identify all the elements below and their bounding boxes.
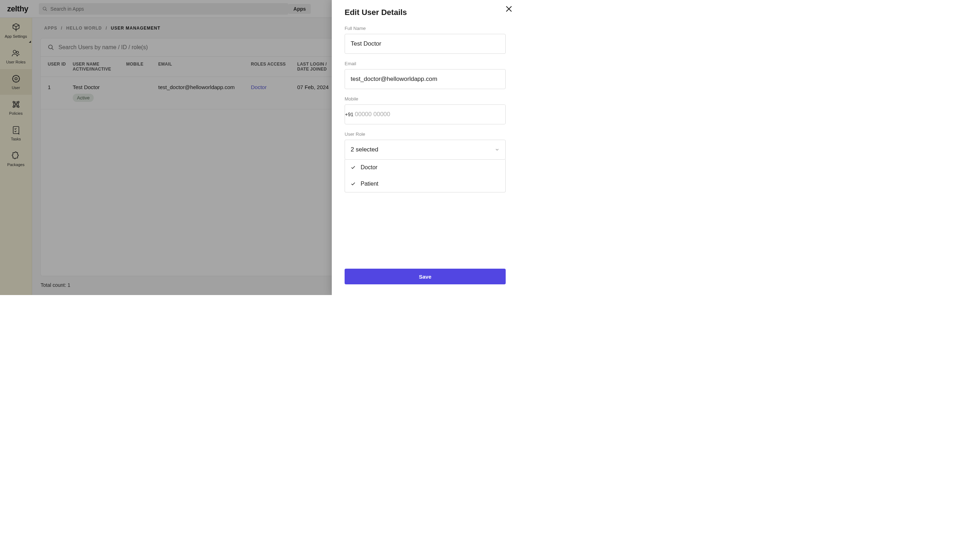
user-role-label: User Role — [345, 131, 506, 137]
role-dropdown: Doctor Patient — [345, 159, 506, 192]
role-option-doctor[interactable]: Doctor — [345, 159, 505, 176]
drawer-title: Edit User Details — [345, 8, 506, 17]
role-select-summary: 2 selected — [351, 146, 378, 153]
country-code[interactable]: +91 — [345, 112, 353, 117]
role-option-label: Doctor — [361, 164, 378, 171]
full-name-input[interactable] — [345, 34, 506, 54]
mobile-label: Mobile — [345, 96, 506, 102]
email-input[interactable] — [345, 69, 506, 89]
edit-user-drawer: Edit User Details Full Name Email Mobile… — [332, 0, 519, 295]
role-option-patient[interactable]: Patient — [345, 176, 505, 192]
mobile-input[interactable] — [353, 105, 505, 124]
role-option-label: Patient — [361, 181, 378, 187]
close-icon — [505, 5, 513, 13]
email-label: Email — [345, 61, 506, 66]
check-icon — [351, 181, 356, 186]
full-name-label: Full Name — [345, 26, 506, 31]
chevron-down-icon — [495, 147, 500, 152]
check-icon — [351, 165, 356, 170]
save-button[interactable]: Save — [345, 269, 506, 284]
user-role-select[interactable]: 2 selected — [345, 140, 506, 160]
close-button[interactable] — [505, 5, 513, 13]
